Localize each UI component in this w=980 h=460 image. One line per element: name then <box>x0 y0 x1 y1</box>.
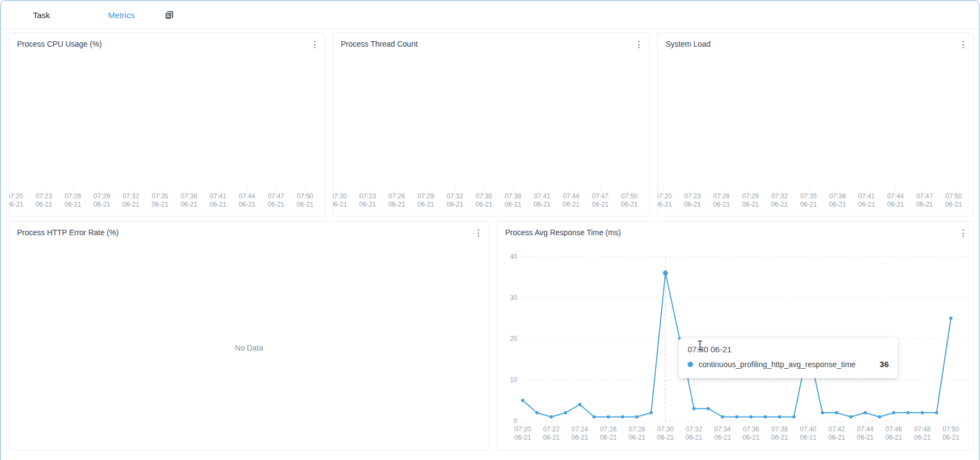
svg-text:07:24: 07:24 <box>572 425 588 433</box>
axis-tick <box>305 189 306 191</box>
axis-tick <box>455 189 456 191</box>
panel-header: Process CPU Usage (%) <box>9 33 325 55</box>
axis-tick <box>954 189 954 191</box>
axis-tick <box>629 189 630 191</box>
x-axis-label: 07:2006-21 <box>657 192 672 209</box>
svg-text:06-21: 06-21 <box>714 434 731 441</box>
panel-process-avg-response-time: Process Avg Response Time (ms) 010203040… <box>497 221 974 451</box>
x-axis-label: 07:2306-21 <box>359 192 377 209</box>
svg-text:07:44: 07:44 <box>857 425 873 433</box>
axis-tick <box>924 189 925 191</box>
x-axis-label: 07:5006-21 <box>621 192 638 209</box>
tab-bar: Task Metrics <box>1 1 979 29</box>
x-axis-label: 07:4706-21 <box>916 192 933 209</box>
svg-text:10: 10 <box>510 376 518 384</box>
panel-header: System Load <box>658 33 973 55</box>
svg-text:07:32: 07:32 <box>686 425 702 433</box>
axis-tick <box>693 189 693 191</box>
axis-tick <box>663 189 664 191</box>
x-axis-label: 07:4106-21 <box>534 192 551 209</box>
axis-tick <box>867 189 867 191</box>
axis-tick <box>73 189 74 191</box>
tooltip-series-name: continuous_profiling_http_avg_response_t… <box>699 360 856 369</box>
chart-tooltip: 07:30 06-21 continuous_profiling_http_av… <box>679 338 898 378</box>
axis-tick <box>895 189 896 191</box>
svg-text:0: 0 <box>513 417 517 425</box>
svg-text:06-21: 06-21 <box>543 434 560 441</box>
axis-tick <box>600 189 601 191</box>
x-axis-label: 07:3506-21 <box>800 192 817 209</box>
x-axis-label: 07:2606-21 <box>388 192 405 209</box>
x-axis-label: 07:3206-21 <box>123 192 140 209</box>
svg-text:07:30: 07:30 <box>657 425 674 433</box>
series-dot-icon <box>688 362 693 367</box>
svg-text:06-21: 06-21 <box>800 434 817 441</box>
axis-tick <box>513 189 513 191</box>
svg-text:06-21: 06-21 <box>828 434 845 441</box>
axis-tick <box>368 189 368 191</box>
no-data-text: No Data <box>9 343 489 352</box>
svg-text:06-21: 06-21 <box>857 434 874 441</box>
svg-text:07:40: 07:40 <box>800 425 816 433</box>
panel-header: Process Thread Count <box>333 33 649 55</box>
svg-text:06-21: 06-21 <box>914 434 931 441</box>
svg-text:20: 20 <box>510 335 518 342</box>
panel-title: Process CPU Usage (%) <box>17 40 102 48</box>
response-time-line-chart[interactable]: 01020304007:2006-2107:2206-2107:2406-210… <box>497 221 974 451</box>
tooltip-timestamp: 07:30 06-21 <box>688 345 889 354</box>
svg-text:06-21: 06-21 <box>885 434 903 441</box>
x-axis-label: 07:2606-21 <box>64 192 81 209</box>
x-axis-label: 07:3206-21 <box>771 192 788 209</box>
tabbar-divider <box>1 29 979 29</box>
report-document-icon[interactable] <box>163 9 175 21</box>
x-axis-label: 07:3806-21 <box>829 192 846 209</box>
x-axis-label: 07:2906-21 <box>742 192 759 209</box>
x-axis-label: 07:2306-21 <box>35 192 52 209</box>
axis-tick <box>750 189 751 191</box>
panel-header: Process HTTP Error Rate (%) <box>9 221 489 243</box>
x-axis-label: 07:4406-21 <box>887 192 904 209</box>
axis-tick <box>779 189 780 191</box>
panel-menu-button[interactable] <box>958 38 968 51</box>
svg-text:06-21: 06-21 <box>771 434 788 441</box>
x-axis: 07:2006-2107:2306-2107:2606-2107:2906-21… <box>333 189 649 212</box>
axis-tick <box>247 189 247 191</box>
svg-text:07:46: 07:46 <box>885 425 902 433</box>
panel-menu-button[interactable] <box>473 227 483 239</box>
axis-tick <box>722 189 722 191</box>
x-axis-label: 07:4706-21 <box>268 192 285 209</box>
text-cursor-icon <box>697 340 703 353</box>
axis-tick <box>15 189 15 191</box>
x-axis-label: 07:2006-21 <box>9 192 23 209</box>
svg-text:06-21: 06-21 <box>743 434 760 441</box>
svg-text:07:50: 07:50 <box>943 425 959 433</box>
panel-menu-button[interactable] <box>309 38 319 51</box>
svg-text:40: 40 <box>510 253 518 261</box>
axis-tick <box>131 189 131 191</box>
axis-tick <box>484 189 485 191</box>
panel-process-http-error-rate: Process HTTP Error Rate (%) No Data <box>9 221 489 451</box>
axis-tick <box>44 189 45 191</box>
svg-text:07:26: 07:26 <box>600 425 617 433</box>
x-axis-label: 07:4406-21 <box>563 192 580 209</box>
tab-metrics[interactable]: Metrics <box>108 10 135 20</box>
panel-menu-button[interactable] <box>634 38 644 51</box>
axis-tick <box>276 189 276 191</box>
axis-tick <box>571 189 572 191</box>
axis-tick <box>809 189 809 191</box>
tab-task[interactable]: Task <box>33 10 50 20</box>
panel-process-thread-count: Process Thread Count 07:2006-2107:2306-2… <box>333 32 650 217</box>
svg-text:07:22: 07:22 <box>543 425 560 433</box>
svg-text:30: 30 <box>510 294 518 302</box>
x-axis-label: 07:3206-21 <box>446 192 463 209</box>
dashboard-frame: Task Metrics Process CPU Usage (%) 07:20… <box>0 0 980 460</box>
x-axis: 07:2006-2107:2306-2107:2606-2107:2906-21… <box>658 189 973 212</box>
svg-text:07:28: 07:28 <box>629 425 645 433</box>
svg-text:07:20: 07:20 <box>514 425 531 433</box>
axis-tick <box>102 189 102 191</box>
svg-text:07:38: 07:38 <box>771 425 788 433</box>
x-axis-label: 07:2006-21 <box>333 192 347 209</box>
axis-tick <box>218 189 219 191</box>
axis-tick <box>339 189 339 191</box>
x-axis-label: 07:4706-21 <box>592 192 609 209</box>
